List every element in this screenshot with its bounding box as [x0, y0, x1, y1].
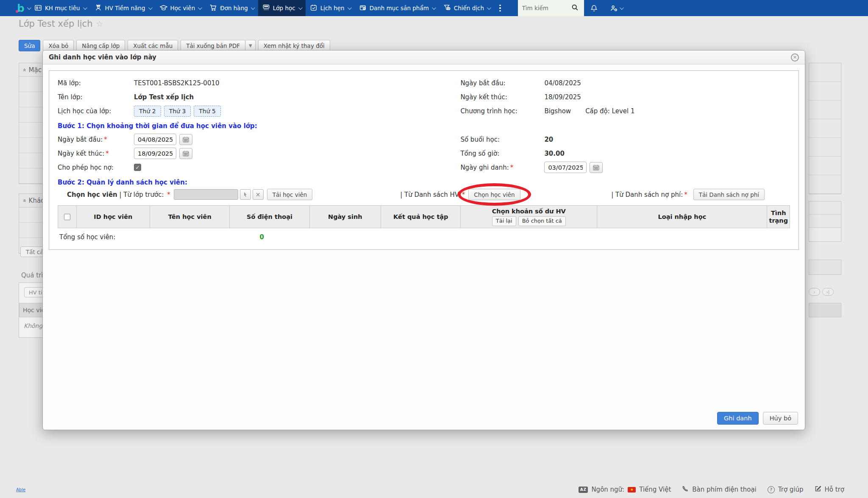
top-navigation-bar: b KH mục tiêu HV Tiềm năng Học viên Đơn …	[0, 0, 868, 16]
view-change-log-button[interactable]: Xem nhật ký thay đổi	[258, 40, 330, 51]
background-row	[809, 119, 841, 138]
chevron-down-icon	[619, 6, 623, 10]
brand-link[interactable]: Able	[16, 487, 25, 492]
start-date-label: Ngày bắt đầu:*	[58, 136, 134, 143]
app-logo[interactable]: b	[17, 0, 30, 16]
select-all-checkbox[interactable]	[64, 214, 70, 220]
chevron-down-icon	[148, 6, 152, 10]
background-right-row-dark	[809, 303, 841, 317]
hours-value: 30.00	[544, 150, 564, 157]
background-row	[809, 201, 841, 215]
start-date-input[interactable]	[134, 134, 176, 145]
support-link[interactable]: Hỗ trợ	[815, 485, 844, 494]
close-icon[interactable]: ✕	[791, 53, 799, 62]
calendar-icon[interactable]	[179, 148, 192, 159]
step2-heading: Bước 2: Quản lý danh sách học viên:	[58, 179, 790, 186]
total-students-value: 0	[259, 233, 264, 241]
nav-item-don-hang[interactable]: Đơn hàng	[205, 0, 258, 16]
nav-item-danh-muc-san-pham[interactable]: Danh mục sản phẩm	[355, 0, 439, 16]
choose-student-button[interactable]: Chọn học viên	[468, 189, 520, 200]
calendar-icon[interactable]	[590, 162, 603, 173]
students-table-header: ID học viên Tên học viên Số điện thoại N…	[58, 205, 790, 228]
reload-button[interactable]: Tải lại	[492, 216, 516, 226]
last-page-icon[interactable]: ›|	[822, 288, 834, 296]
class-start-value: 04/08/2025	[544, 79, 581, 87]
more-menu-icon[interactable]	[494, 0, 506, 16]
favorite-star-icon[interactable]: ☆	[96, 19, 103, 28]
modal-actions: Ghi danh Hủy bỏ	[717, 412, 798, 425]
end-date-input[interactable]	[134, 148, 176, 159]
schedule-day-chip[interactable]: Thứ 2	[134, 106, 161, 117]
phone-icon	[682, 485, 689, 494]
class-name-value: Lớp Test xếp lịch	[134, 93, 194, 101]
sessions-value: 20	[544, 136, 553, 143]
user-settings-icon[interactable]	[604, 0, 629, 16]
class-code-value: TEST001-BSBS2K125-0010	[134, 79, 220, 87]
cancel-button[interactable]: Hủy bỏ	[763, 412, 798, 425]
language-switcher[interactable]: AZ Ngôn ngữ: ★ Tiếng Việt	[579, 486, 671, 493]
background-row	[809, 138, 841, 157]
edit-button[interactable]: Sửa	[19, 40, 40, 51]
schedule-day-chip[interactable]: Thứ 5	[194, 106, 221, 117]
bitrix-logo-icon: b	[17, 3, 25, 14]
program-label: Chương trình học:	[460, 107, 544, 115]
notifications-bell-icon[interactable]	[584, 0, 604, 16]
enroll-button[interactable]: Ghi danh	[717, 412, 759, 425]
support-label: Hỗ trợ	[825, 486, 844, 493]
product-box-icon	[359, 4, 367, 13]
language-label: Ngôn ngữ:	[591, 486, 624, 493]
total-students-label: Tổng số học viên:	[59, 233, 115, 241]
download-pdf-caret-button[interactable]: ▼	[246, 40, 256, 51]
sessions-label: Số buổi học:	[460, 136, 544, 143]
calendar-icon[interactable]	[179, 134, 192, 145]
required-mark: *	[106, 150, 109, 157]
background-right-strip	[809, 260, 841, 275]
background-row	[809, 215, 841, 228]
phone-keyboard-link[interactable]: Bàn phím điện thoại	[682, 485, 756, 494]
global-search[interactable]	[518, 0, 584, 16]
search-icon[interactable]	[571, 4, 579, 13]
nav-item-hv-tiem-nang[interactable]: HV Tiềm năng	[90, 0, 156, 16]
modal-title: Ghi danh học viên vào lớp này	[49, 53, 156, 61]
cart-icon	[209, 4, 217, 13]
clear-icon[interactable]: ✕	[253, 189, 264, 200]
nav-item-label: Lớp học	[273, 5, 295, 11]
background-row	[809, 157, 841, 175]
nav-item-label: HV Tiềm năng	[105, 5, 145, 11]
required-mark: *	[510, 164, 514, 171]
schedule-day-chip[interactable]: Thứ 3	[164, 106, 191, 117]
load-debt-list-button[interactable]: Tải Danh sách nợ phí	[693, 189, 765, 200]
total-students-row: Tổng số học viên: 0	[58, 228, 790, 243]
from-debt-list-label: | Từ Danh sách nợ phí:*	[611, 191, 687, 199]
load-students-button[interactable]: Tải học viên	[267, 189, 313, 200]
download-pdf-button[interactable]: Tải xuống bản PDF	[181, 40, 245, 51]
delete-button[interactable]: Xóa bỏ	[43, 40, 74, 51]
nav-item-label: Lịch hẹn	[320, 5, 345, 11]
col-student-id: ID học viên	[77, 206, 150, 228]
enroll-date-input[interactable]	[544, 162, 587, 173]
calendar-check-icon	[310, 4, 317, 13]
chevron-down-icon	[432, 6, 436, 10]
col-phone: Số điện thoại	[230, 206, 309, 228]
nav-item-lop-hoc[interactable]: Lớp học	[258, 0, 306, 16]
people-group-icon	[262, 4, 270, 13]
nav-item-label: KH mục tiêu	[45, 5, 80, 11]
id-card-icon	[34, 4, 42, 13]
nav-item-kh-muc-tieu[interactable]: KH mục tiêu	[30, 0, 90, 16]
search-input[interactable]	[522, 5, 569, 11]
nav-item-hoc-vien[interactable]: Học viên	[156, 0, 206, 16]
next-page-icon[interactable]: ›	[809, 288, 820, 296]
pointer-select-icon[interactable]	[240, 189, 251, 200]
deselect-all-button[interactable]: Bỏ chọn tất cả	[518, 216, 566, 226]
export-templates-button[interactable]: Xuất các mẫu	[128, 40, 178, 51]
step1-heading: Bước 1: Chọn khoảng thời gian để đưa học…	[58, 122, 790, 130]
allow-debt-checkbox[interactable]: ✓	[134, 164, 141, 171]
upgrade-class-button[interactable]: Nâng cấp lớp	[76, 40, 125, 51]
program-value: Bigshow	[544, 107, 571, 115]
collapse-icon: »	[21, 199, 28, 202]
nav-item-lich-hen[interactable]: Lịch hẹn	[306, 0, 355, 16]
help-link[interactable]: ? Trợ giúp	[768, 486, 804, 493]
class-name-label: Tên lớp:	[58, 93, 134, 101]
nav-item-chien-dich[interactable]: Chiến dịch	[439, 0, 494, 16]
col-balance: Chọn khoản số dư HV Tải lại Bỏ chọn tất …	[461, 206, 597, 228]
